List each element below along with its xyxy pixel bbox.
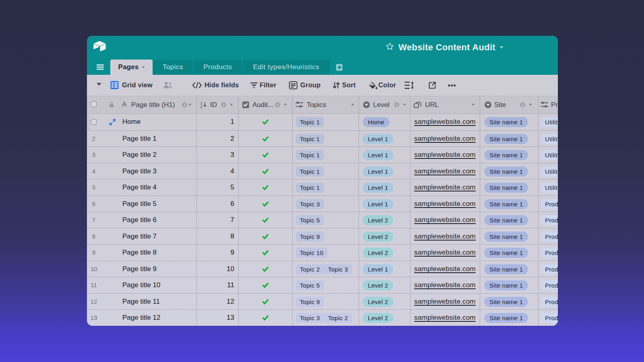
svg-text:2: 2	[200, 105, 202, 109]
